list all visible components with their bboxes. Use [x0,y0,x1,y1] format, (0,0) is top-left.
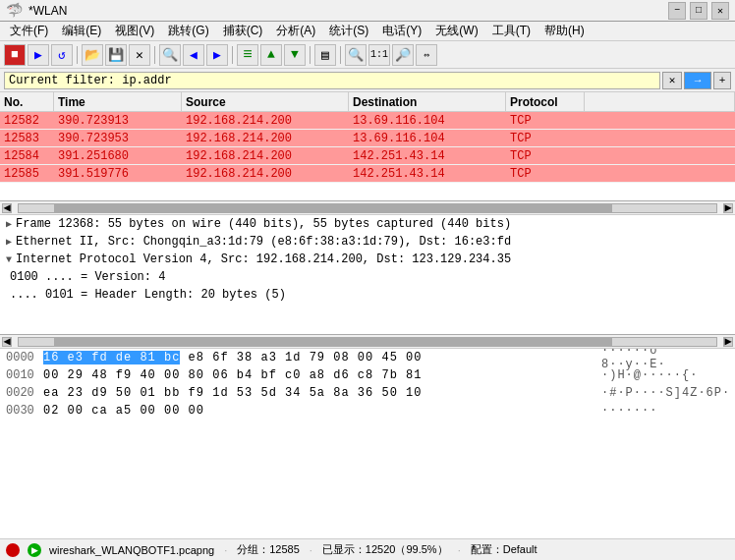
cell-destination: 142.251.43.14 [349,149,506,163]
packet-row[interactable]: 12583 390.723953 192.168.214.200 13.69.1… [0,130,735,147]
hex-bytes: 00 29 48 f9 40 00 80 06 b4 bf c0 a8 d6 c… [43,368,601,382]
menu-item-h[interactable]: 帮助(H) [538,22,591,40]
cell-protocol: TCP [506,114,585,128]
filter-apply-button[interactable]: → [684,72,711,89]
menu-item-a[interactable]: 分析(A) [270,22,321,40]
toolbar: ■ ▶ ↺ 📂 💾 ✕ 🔍 ◀ ▶ ≡ ▲ ▼ ▤ 🔍 1:1 🔎 ⇔ [0,41,735,69]
menu-item-v[interactable]: 视图(V) [109,22,160,40]
hscroll2-left-btn[interactable]: ◀ [2,337,12,347]
cell-source: 192.168.214.200 [182,167,349,181]
packet-row[interactable]: 12585 391.519776 192.168.214.200 142.251… [0,165,735,183]
col-header-time[interactable]: Time [54,92,182,112]
filter-clear-button[interactable]: ✕ [662,72,682,89]
hex-row: 0030 02 00 ca a5 00 00 00 ······· [0,402,735,420]
hscroll2-track[interactable] [18,337,717,347]
cell-source: 192.168.214.200 [182,114,349,128]
maximize-button[interactable]: □ [690,2,707,20]
cell-time: 390.723913 [54,114,182,128]
status-groups: 分组：12585 [237,542,300,557]
menu-item-g[interactable]: 跳转(G) [162,22,214,40]
minimize-button[interactable]: − [668,2,686,20]
hex-offset: 0030 [6,404,43,418]
col-header-source[interactable]: Source [182,92,349,112]
detail-text: Internet Protocol Version 4, Src: 192.16… [16,252,511,266]
hscroll-right-btn[interactable]: ▶ [723,203,733,213]
hex-offset: 0010 [6,368,43,382]
hex-pane: 0000 16 e3 fd de 81 bc e8 6f 38 a3 1d 79… [0,349,735,538]
detail-row[interactable]: .... 0101 = Header Length: 20 bytes (5) [0,286,735,304]
menu-item-t[interactable]: 工具(T) [486,22,537,40]
open-button[interactable]: 📂 [82,44,103,66]
status-config: 配置：Default [471,542,537,557]
hex-bytes: ea 23 d9 50 01 bb f9 1d 53 5d 34 5a 8a 3… [43,386,601,400]
save-button[interactable]: 💾 [105,44,127,66]
title-controls: − □ ✕ [668,2,729,20]
expand-icon: ▶ [6,218,12,230]
title-bar-left: 🦈 *WLAN [6,2,67,19]
menu-item-y[interactable]: 电话(Y) [376,22,427,40]
detail-hscroll[interactable]: ◀ ▶ [0,335,735,349]
col-header-protocol[interactable]: Protocol [506,92,585,112]
detail-row[interactable]: 0100 .... = Version: 4 [0,268,735,286]
hex-ascii: ·#·P····S]4Z·6P· [601,386,729,400]
detail-row[interactable]: ▼Internet Protocol Version 4, Src: 192.1… [0,251,735,268]
packet-row[interactable]: 12582 390.723913 192.168.214.200 13.69.1… [0,112,735,130]
filter-input[interactable] [4,72,660,89]
restart-button[interactable]: ↺ [51,44,73,66]
next-button[interactable]: ▶ [206,44,228,66]
col-header-no[interactable]: No. [0,92,54,112]
scroll-up-button[interactable]: ▲ [260,44,282,66]
status-run-icon[interactable]: ▶ [28,543,41,557]
scroll-down-button[interactable]: ▼ [284,44,306,66]
prev-button[interactable]: ◀ [183,44,204,66]
cell-time: 390.723953 [54,132,182,145]
detail-text: .... 0101 = Header Length: 20 bytes (5) [10,288,286,302]
colorize-button[interactable]: ≡ [237,44,258,66]
search-button[interactable]: 🔍 [159,44,181,66]
filter-add-button[interactable]: + [713,72,731,89]
zoom-in-button[interactable]: 🔍 [345,44,367,66]
cell-no: 12582 [0,114,54,128]
packet-list-header: No. Time Source Destination Protocol [0,92,735,112]
start-button[interactable]: ▶ [28,44,49,66]
zoom-normal-button[interactable]: 1:1 [368,44,390,66]
stop-button[interactable]: ■ [4,44,26,66]
close-button[interactable]: ✕ [711,2,729,20]
status-bar: ▶ wireshark_WLANQBOTF1.pcapng · 分组：12585… [0,538,735,560]
menu-item-f[interactable]: 文件(F) [4,22,54,40]
status-file: wireshark_WLANQBOTF1.pcapng [49,544,214,556]
hex-offset: 0000 [6,351,43,364]
cell-destination: 142.251.43.14 [349,167,506,181]
cell-protocol: TCP [506,149,585,163]
expand-icon: ▼ [6,254,12,265]
zoom-out-button[interactable]: 🔎 [392,44,414,66]
resize-columns-button[interactable]: ⇔ [416,44,437,66]
detail-row[interactable]: ▶Frame 12368: 55 bytes on wire (440 bits… [0,215,735,233]
menu-item-e[interactable]: 编辑(E) [56,22,107,40]
detail-row[interactable]: ▶Ethernet II, Src: Chongqin_a3:1d:79 (e8… [0,233,735,251]
sep-3 [232,46,233,64]
expand-icon: ▶ [6,236,12,248]
detail-text: Frame 12368: 55 bytes on wire (440 bits)… [16,217,511,231]
sep-1 [77,46,78,64]
packet-row[interactable]: 12584 391.251680 192.168.214.200 142.251… [0,147,735,165]
menu-item-c[interactable]: 捕获(C) [217,22,269,40]
hscroll-track[interactable] [18,203,717,213]
menu-item-w[interactable]: 无线(W) [429,22,483,40]
hex-offset: 0020 [6,386,43,400]
col-header-info[interactable] [585,92,735,112]
app-icon: 🦈 [6,2,23,19]
detail-text: Ethernet II, Src: Chongqin_a3:1d:79 (e8:… [16,235,511,249]
cell-destination: 13.69.116.104 [349,132,506,145]
hex-row: 0000 16 e3 fd de 81 bc e8 6f 38 a3 1d 79… [0,349,735,366]
cell-time: 391.251680 [54,149,182,163]
status-stop-icon[interactable] [6,543,20,557]
hscroll-left-btn[interactable]: ◀ [2,203,12,213]
col-header-destination[interactable]: Destination [349,92,506,112]
packet-list-hscroll[interactable]: ◀ ▶ [0,201,735,215]
close-capture-button[interactable]: ✕ [129,44,150,66]
hscroll-thumb [54,204,612,212]
hscroll2-right-btn[interactable]: ▶ [723,337,733,347]
menu-item-s[interactable]: 统计(S) [323,22,374,40]
format-button[interactable]: ▤ [314,44,336,66]
